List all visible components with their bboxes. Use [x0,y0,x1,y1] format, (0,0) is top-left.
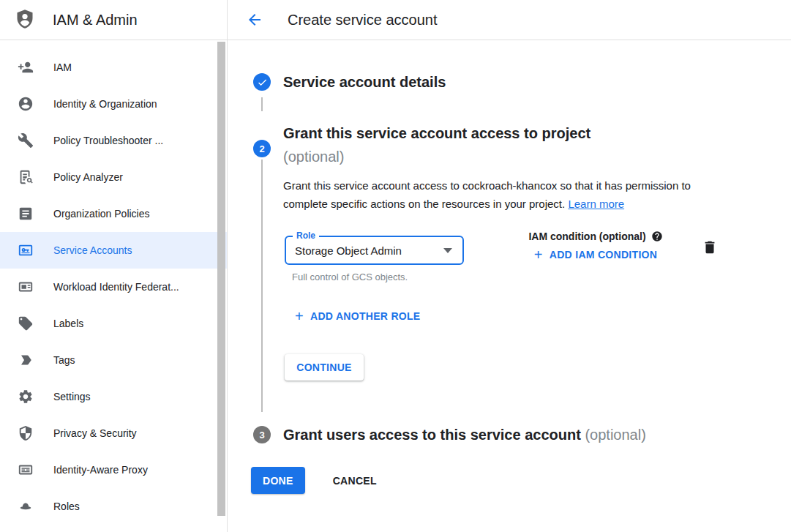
sidebar-item-policy-troubleshooter[interactable]: Policy Troubleshooter ... [0,122,227,159]
add-another-role-button[interactable]: + ADD ANOTHER ROLE [295,310,421,322]
sidebar-item-roles[interactable]: Roles [0,488,227,525]
role-select[interactable]: Role Storage Object Admin [285,236,464,265]
iam-admin-shield-logo-icon [15,9,35,31]
step3-number-badge: 3 [253,426,271,443]
step2-title-text: Grant this service account access to pro… [283,121,591,145]
iam-condition-column: IAM condition (optional) + ADD IAM CONDI… [517,228,675,282]
role-select-value: Storage Object Admin [286,244,443,257]
sidebar-item-label: Roles [53,501,80,512]
plus-icon: + [534,250,543,260]
continue-button[interactable]: CONTINUE [285,354,364,381]
sidebar-item-policy-analyzer[interactable]: Policy Analyzer [0,159,227,195]
shield-icon [18,425,34,441]
person-add-icon [18,59,34,75]
step2-title: Grant this service account access to pro… [283,121,591,168]
iam-condition-label: IAM condition (optional) [528,231,645,242]
document-lines-icon [18,206,34,222]
help-icon[interactable] [651,231,663,242]
add-another-role-label: ADD ANOTHER ROLE [310,310,421,322]
done-button[interactable]: DONE [251,467,305,494]
sidebar-item-service-accounts[interactable]: Service Accounts [0,232,227,269]
cancel-button[interactable]: CANCEL [333,475,377,487]
hat-icon [18,498,34,514]
add-iam-condition-label: ADD IAM CONDITION [550,249,657,261]
account-circle-icon [18,96,34,112]
step3-title-text: Grant users access to this service accou… [283,427,581,443]
step1-complete-check-icon [253,73,271,91]
sidebar-item-label: Privacy & Security [53,427,137,439]
sidebar-item-label: Organization Policies [53,208,150,220]
create-service-account-form: Service account details 2 Grant this ser… [228,40,791,532]
sidebar-item-privacy-security[interactable]: Privacy & Security [0,415,227,452]
document-search-icon [18,169,34,185]
step1-title[interactable]: Service account details [283,72,446,91]
sidebar-item-settings[interactable]: Settings [0,378,227,415]
role-helper-text: Full control of GCS objects. [285,271,465,282]
main-panel: Create service account Service account d… [228,0,791,532]
sidebar-item-label: Policy Troubleshooter ... [53,135,163,146]
role-column: Role Storage Object Admin Full control o… [285,228,465,282]
sidebar-item-identity-organization[interactable]: Identity & Organization [0,86,227,122]
role-select-label: Role [293,231,319,241]
delete-role-trash-icon[interactable] [702,228,718,282]
sidebar-item-tags[interactable]: Tags [0,342,227,378]
step3-title[interactable]: Grant users access to this service accou… [283,425,646,444]
sidebar-item-label: Policy Analyzer [53,171,123,183]
back-arrow-icon[interactable] [246,11,263,29]
sidebar: IAM & Admin IAM Identity & Organization … [0,0,228,532]
badge-card-icon [18,279,34,295]
sidebar-nav: IAM Identity & Organization Policy Troub… [0,40,227,525]
product-title: IAM & Admin [53,12,138,29]
step2-body: Grant this service account access to coc… [283,176,722,381]
chevron-down-icon [443,248,452,253]
sidebar-item-identity-aware-proxy[interactable]: Identity-Aware Proxy [0,452,227,488]
sidebar-item-label: IAM [53,61,72,73]
iam-admin-console: IAM & Admin IAM Identity & Organization … [0,0,791,532]
sidebar-scrollbar[interactable] [217,42,225,516]
step-connector [261,160,263,412]
sidebar-item-label: Labels [53,318,83,329]
proxy-banner-icon [18,462,34,478]
sidebar-item-label: Service Accounts [53,244,132,256]
sidebar-item-label: Tags [53,354,75,366]
sidebar-item-label: Settings [53,391,91,402]
step3-optional-label: (optional) [585,427,645,443]
role-row: Role Storage Object Admin Full control o… [283,228,718,282]
main-header: Create service account [228,0,791,40]
page-title: Create service account [288,12,438,29]
sidebar-item-organization-policies[interactable]: Organization Policies [0,195,227,232]
wrench-icon [18,132,34,149]
step2-description-text: Grant this service account access to coc… [283,179,691,210]
step2-description: Grant this service account access to coc… [283,176,719,213]
form-actions: DONE CANCEL [251,467,377,494]
tag-icon [18,315,34,331]
sidebar-item-workload-identity-federation[interactable]: Workload Identity Federat... [0,269,227,305]
service-account-key-icon [18,242,34,258]
add-another-role-row: + ADD ANOTHER ROLE [295,310,722,324]
sidebar-header: IAM & Admin [0,0,227,40]
plus-icon: + [295,311,304,321]
sidebar-item-label: Identity-Aware Proxy [53,464,148,476]
gear-icon [18,389,34,405]
learn-more-link[interactable]: Learn more [568,198,624,210]
arrow-tag-icon [18,352,34,368]
add-iam-condition-button[interactable]: + ADD IAM CONDITION [534,249,657,261]
step2-optional-label: (optional) [283,145,591,168]
sidebar-item-iam[interactable]: IAM [0,49,227,86]
sidebar-item-labels[interactable]: Labels [0,305,227,342]
step2-number-badge: 2 [253,140,271,157]
sidebar-item-label: Identity & Organization [53,98,157,110]
step-connector [261,97,263,111]
sidebar-item-label: Workload Identity Federat... [53,281,179,293]
